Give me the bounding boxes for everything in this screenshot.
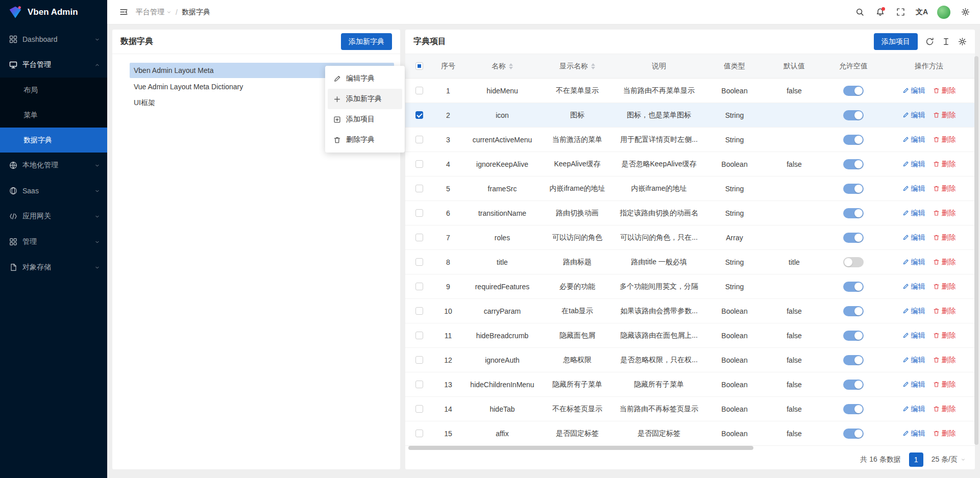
notification-button[interactable] [872,4,889,21]
edit-link[interactable]: 编辑 [902,405,925,414]
sidebar-item[interactable]: 管理 [0,229,107,255]
edit-link[interactable]: 编辑 [902,282,925,291]
edit-link[interactable]: 编辑 [902,111,925,120]
delete-link[interactable]: 删除 [933,380,956,389]
vertical-scrollbar[interactable] [974,56,978,445]
delete-link[interactable]: 删除 [933,111,956,120]
settings-button[interactable] [957,4,974,21]
delete-link[interactable]: 删除 [933,209,956,218]
sidebar-item[interactable]: 对象存储 [0,255,107,280]
delete-link[interactable]: 删除 [933,356,956,365]
delete-link[interactable]: 删除 [933,307,956,316]
add-dictionary-button[interactable]: 添加新字典 [341,33,392,50]
delete-link[interactable]: 删除 [933,258,956,267]
delete-link[interactable]: 删除 [933,429,956,438]
delete-link[interactable]: 删除 [933,184,956,193]
row-checkbox[interactable] [415,111,423,119]
sidebar-item[interactable]: Saas [0,178,107,204]
row-checkbox[interactable] [415,258,423,266]
context-menu-item[interactable]: 添加项目 [328,109,402,130]
logo[interactable]: Vben Admin [0,0,107,24]
horizontal-scrollbar-thumb[interactable] [408,446,753,450]
sidebar-collapse-button[interactable] [115,4,132,20]
row-checkbox[interactable] [415,209,423,217]
row-checkbox[interactable] [415,381,423,388]
edit-link[interactable]: 编辑 [902,233,925,242]
sidebar-subitem[interactable]: 菜单 [0,103,107,128]
sidebar-subitem[interactable]: 布局 [0,78,107,103]
allow-null-toggle[interactable] [843,208,864,218]
delete-link[interactable]: 删除 [933,135,956,144]
delete-link[interactable]: 删除 [933,160,956,169]
allow-null-toggle[interactable] [843,404,864,414]
row-checkbox[interactable] [415,283,423,290]
sidebar-item[interactable]: 平台管理 [0,52,107,78]
allow-null-toggle[interactable] [843,257,864,267]
allow-null-toggle[interactable] [843,233,864,243]
select-all-checkbox[interactable] [415,62,423,70]
delete-link[interactable]: 删除 [933,86,956,95]
sort-icon[interactable] [509,63,513,69]
edit-link[interactable]: 编辑 [902,380,925,389]
allow-null-toggle[interactable] [843,380,864,390]
row-checkbox[interactable] [415,356,423,364]
row-height-button[interactable] [942,37,950,46]
context-menu-item[interactable]: 添加新字典 [328,89,402,109]
column-header[interactable]: 说明 [614,54,704,78]
delete-link[interactable]: 删除 [933,233,956,242]
breadcrumb-root[interactable]: 平台管理 [136,8,172,17]
edit-link[interactable]: 编辑 [902,356,925,365]
row-checkbox[interactable] [415,430,423,437]
allow-null-toggle[interactable] [843,306,864,316]
edit-link[interactable]: 编辑 [902,184,925,193]
allow-null-toggle[interactable] [843,355,864,365]
allow-null-toggle[interactable] [843,135,864,145]
language-button[interactable]: 文A [913,8,931,17]
allow-null-toggle[interactable] [843,159,864,169]
sidebar-item[interactable]: 应用网关 [0,204,107,229]
context-menu-item[interactable]: 删除字典 [328,130,402,150]
allow-null-toggle[interactable] [843,110,864,120]
edit-link[interactable]: 编辑 [902,86,925,95]
allow-null-toggle[interactable] [843,282,864,292]
sidebar-item[interactable]: 本地化管理 [0,153,107,178]
edit-link[interactable]: 编辑 [902,258,925,267]
avatar[interactable] [937,6,950,19]
edit-link[interactable]: 编辑 [902,160,925,169]
allow-null-toggle[interactable] [843,429,864,439]
page-size-select[interactable]: 25 条/页 [932,455,966,464]
table-settings-button[interactable] [958,37,967,46]
edit-link[interactable]: 编辑 [902,331,925,340]
pagination-page-1[interactable]: 1 [909,452,923,467]
allow-null-toggle[interactable] [843,184,864,194]
row-checkbox[interactable] [415,332,423,339]
row-checkbox[interactable] [415,87,423,94]
delete-link[interactable]: 删除 [933,282,956,291]
column-header[interactable]: 默认值 [765,54,824,78]
column-header[interactable]: 操作方法 [883,54,975,78]
column-header[interactable]: 允许空值 [824,54,883,78]
row-checkbox[interactable] [415,185,423,192]
row-checkbox[interactable] [415,405,423,413]
column-header[interactable]: 序号 [433,54,463,78]
edit-link[interactable]: 编辑 [902,209,925,218]
edit-link[interactable]: 编辑 [902,307,925,316]
row-checkbox[interactable] [415,160,423,168]
row-checkbox[interactable] [415,234,423,241]
sidebar-subitem[interactable]: 数据字典 [0,128,107,153]
refresh-button[interactable] [925,37,934,46]
row-checkbox[interactable] [415,136,423,143]
column-header[interactable]: 值类型 [704,54,765,78]
sort-icon[interactable] [591,63,595,69]
edit-link[interactable]: 编辑 [902,429,925,438]
column-header[interactable]: 名称 [463,54,541,78]
allow-null-toggle[interactable] [843,86,864,96]
sidebar-item[interactable]: Dashboard [0,27,107,52]
row-checkbox[interactable] [415,307,423,315]
context-menu-item[interactable]: 编辑字典 [328,68,402,89]
fullscreen-button[interactable] [892,4,910,21]
edit-link[interactable]: 编辑 [902,135,925,144]
allow-null-toggle[interactable] [843,331,864,341]
delete-link[interactable]: 删除 [933,331,956,340]
column-header[interactable]: 显示名称 [541,54,614,78]
